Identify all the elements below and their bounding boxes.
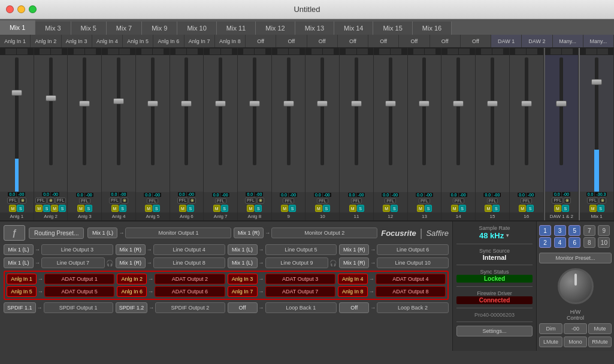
pfl-btn-14[interactable]: PFL xyxy=(453,198,464,204)
solo-btn-daw1[interactable]: S xyxy=(562,205,569,212)
solo-btn-15[interactable]: S xyxy=(492,205,500,212)
minus-button[interactable]: -00 xyxy=(564,323,587,334)
fader-7[interactable] xyxy=(215,101,226,107)
solo-btn-7[interactable]: S xyxy=(221,205,228,212)
solo-btn-5[interactable]: S xyxy=(153,205,160,212)
solo-btn-10[interactable]: S xyxy=(323,205,330,212)
route-anlgin2-adat2[interactable]: Anlg In 2 xyxy=(117,274,147,284)
pfl-btn-15[interactable]: PFL xyxy=(487,198,498,204)
mute-btn-9[interactable]: M xyxy=(281,205,288,212)
settings-button[interactable]: Settings... xyxy=(456,326,533,336)
mute-btn-13[interactable]: M xyxy=(417,205,424,212)
fader-3[interactable] xyxy=(79,101,90,107)
solo-btn-16[interactable]: S xyxy=(527,205,534,212)
pfl-btn-7[interactable]: PFL xyxy=(215,198,226,204)
mute-btn-12[interactable]: M xyxy=(383,205,390,212)
route-anlgin8-adat8[interactable]: Anlg In 8 xyxy=(338,286,368,297)
dim-button[interactable]: Dim xyxy=(539,323,562,334)
solo-btn-6[interactable]: S xyxy=(187,205,194,212)
mon-num-9[interactable]: 9 xyxy=(598,225,610,236)
route-anlgin7-adat7[interactable]: Anlg In 7 xyxy=(228,286,258,297)
sample-rate-value[interactable]: 48 kHz xyxy=(479,231,504,240)
solo-btn-1[interactable]: S xyxy=(17,205,24,212)
mon-num-4[interactable]: 4 xyxy=(554,237,566,248)
fader-15[interactable] xyxy=(487,101,498,107)
pfl-btn-2[interactable]: PFL xyxy=(35,198,47,204)
link-btn-1[interactable]: ⊗ xyxy=(19,198,26,204)
tab-mix1[interactable]: Mix 1 xyxy=(0,20,35,35)
route-off-loopback2[interactable]: Off xyxy=(339,302,369,313)
mute-btn-daw1[interactable]: M xyxy=(554,205,561,212)
route-mix1l-line3[interactable]: Mix 1 (L) xyxy=(4,244,34,255)
mute-btn-4[interactable]: M xyxy=(111,205,119,212)
route-mix1r-line4[interactable]: Mix 1 (R) xyxy=(116,244,146,255)
route-mix1r-line8[interactable]: Mix 1 (R) xyxy=(116,257,146,268)
minimize-button[interactable] xyxy=(17,5,25,13)
solo-btn-4[interactable]: S xyxy=(119,205,126,212)
solo-btn-2[interactable]: S xyxy=(43,205,50,212)
mono-button[interactable]: Mono xyxy=(564,336,587,347)
tab-mix11[interactable]: Mix 11 xyxy=(217,22,256,35)
sample-rate-dropdown[interactable]: ▼ xyxy=(505,233,510,238)
pfl-btn-11[interactable]: PFL xyxy=(351,198,362,204)
mute-btn-3[interactable]: M xyxy=(77,205,84,212)
pfl-btn-8[interactable]: PFL xyxy=(245,198,256,204)
pfl-btn-1[interactable]: PFL xyxy=(7,198,19,204)
fader-daw1[interactable] xyxy=(556,101,567,107)
pfl-btn-6[interactable]: PFL xyxy=(177,198,189,204)
solo-btn-11[interactable]: S xyxy=(357,205,364,212)
tab-mix10[interactable]: Mix 10 xyxy=(177,22,216,35)
mute-btn-mix1[interactable]: M xyxy=(589,205,597,212)
route-mix1r-line6[interactable]: Mix 1 (R) xyxy=(339,244,369,255)
monitor-preset-button[interactable]: Monitor Preset... xyxy=(539,253,612,263)
mon-num-3[interactable]: 3 xyxy=(554,225,566,236)
fader-13[interactable] xyxy=(419,101,430,107)
mon-num-5[interactable]: 5 xyxy=(568,225,580,236)
pfl-btn-2b[interactable]: PFL xyxy=(55,198,66,204)
route-spdif11[interactable]: SPDIF 1.1 xyxy=(4,302,36,313)
mute-btn-11[interactable]: M xyxy=(349,205,356,212)
pfl-btn-3[interactable]: PFL xyxy=(79,198,90,204)
fader-9[interactable] xyxy=(283,101,294,107)
fader-14[interactable] xyxy=(453,101,464,107)
pfl-btn-5[interactable]: PFL xyxy=(147,198,158,204)
mon-num-10[interactable]: 10 xyxy=(598,237,610,248)
fader-5[interactable] xyxy=(147,101,158,107)
routing-preset-button[interactable]: Routing Preset... xyxy=(29,228,84,239)
fader-4[interactable] xyxy=(113,98,124,104)
tab-mix5[interactable]: Mix 5 xyxy=(71,22,107,35)
solo-btn-13[interactable]: S xyxy=(425,205,432,212)
tab-mix3[interactable]: Mix 3 xyxy=(35,22,71,35)
tab-mix9[interactable]: Mix 9 xyxy=(142,22,177,35)
pfl-btn-mix1[interactable]: PFL xyxy=(587,198,598,204)
solo-btn-mix1[interactable]: S xyxy=(597,205,604,212)
lmute-button[interactable]: LMute xyxy=(539,336,562,347)
pfl-btn-9[interactable]: PFL xyxy=(283,198,294,204)
route-mix1l-1[interactable]: Mix 1 (L) xyxy=(87,228,117,238)
fader-2[interactable] xyxy=(46,95,56,101)
route-anlgin1-adat1[interactable]: Anlg In 1 xyxy=(7,274,37,284)
solo-btn-8[interactable]: S xyxy=(255,205,262,212)
mute-btn-15[interactable]: M xyxy=(485,205,492,212)
pfl-btn-4[interactable]: PFL xyxy=(109,198,120,204)
tab-mix14[interactable]: Mix 14 xyxy=(334,22,373,35)
mon-num-6[interactable]: 6 xyxy=(568,237,580,248)
route-anlgin5-adat5[interactable]: Anlg In 5 xyxy=(7,286,37,297)
mute-btn-5[interactable]: M xyxy=(145,205,152,212)
route-anlgin4-adat4[interactable]: Anlg In 4 xyxy=(338,274,368,284)
fader-11[interactable] xyxy=(351,101,362,107)
route-mix1l-line7[interactable]: Mix 1 (L) xyxy=(4,257,34,268)
tab-mix15[interactable]: Mix 15 xyxy=(373,22,412,35)
route-mix1l-line5[interactable]: Mix 1 (L) xyxy=(228,244,258,255)
pfl-btn-10[interactable]: PFL xyxy=(317,198,328,204)
mute-btn-2[interactable]: M xyxy=(35,205,43,212)
solo-btn-12[interactable]: S xyxy=(391,205,398,212)
pfl-btn-12[interactable]: PFL xyxy=(385,198,396,204)
mon-num-7[interactable]: 7 xyxy=(583,225,595,236)
tab-mix12[interactable]: Mix 12 xyxy=(256,22,295,35)
pfl-btn-16[interactable]: PFL xyxy=(521,198,532,204)
tab-mix13[interactable]: Mix 13 xyxy=(295,22,334,35)
route-off-loopback1[interactable]: Off xyxy=(228,302,258,313)
fader-10[interactable] xyxy=(317,101,328,107)
mute-btn-1[interactable]: M xyxy=(9,205,16,212)
